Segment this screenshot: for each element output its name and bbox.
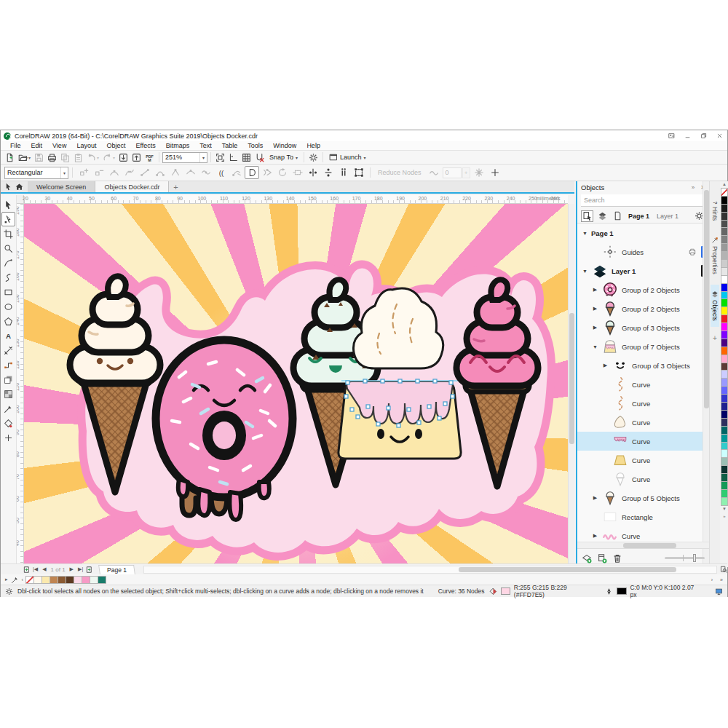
palette-scroll-right-icon[interactable]: ›: [710, 577, 714, 582]
paste-icon[interactable]: [72, 151, 84, 163]
expand-arrow-icon[interactable]: ▼: [582, 231, 588, 236]
document-tab[interactable]: Objects Docker.cdr: [95, 181, 169, 192]
reduce-nodes-button[interactable]: Reduce Nodes: [374, 169, 425, 176]
connector-tool[interactable]: [1, 357, 15, 372]
status-gear-icon[interactable]: [5, 587, 13, 596]
parallel-dimension-tool[interactable]: [1, 343, 15, 357]
color-swatch[interactable]: [721, 497, 728, 506]
convert-to-curve[interactable]: [153, 166, 167, 179]
smooth-node[interactable]: [183, 166, 198, 179]
horizontal-ruler[interactable]: 2030405060708090100110120130140150160170…: [24, 195, 568, 204]
page-view-icon[interactable]: [612, 210, 624, 222]
shape-tool[interactable]: [1, 212, 15, 226]
zoom-tool[interactable]: [1, 241, 15, 256]
document-color-swatch[interactable]: [98, 576, 106, 584]
expand-arrow-icon[interactable]: ▼: [582, 269, 588, 274]
align-nodes[interactable]: [306, 166, 320, 179]
reverse-direction[interactable]: [214, 166, 229, 179]
extract-subpath[interactable]: [260, 166, 274, 179]
copy-icon[interactable]: [59, 151, 71, 163]
printer-icon[interactable]: [688, 248, 697, 256]
interactive-fill-tool[interactable]: [1, 416, 15, 430]
full-screen-preview-icon[interactable]: [214, 151, 226, 163]
print-icon[interactable]: [46, 151, 58, 163]
elastic-mode[interactable]: [336, 166, 351, 179]
palette-flyout-icon[interactable]: ▸: [4, 577, 9, 582]
objects-tree-row[interactable]: ▼ Layer 1: [577, 261, 709, 280]
add-property-plus-icon[interactable]: [488, 166, 502, 179]
publish-pdf-icon[interactable]: [143, 151, 156, 163]
palette-expand-icon[interactable]: »: [723, 514, 725, 518]
cusp-node[interactable]: [168, 166, 183, 179]
objects-tree-row[interactable]: ▼ Page 1: [577, 223, 709, 242]
close-curve[interactable]: [245, 166, 259, 179]
curve-smoothness-spinner[interactable]: 0 +: [443, 167, 470, 178]
first-page-icon[interactable]: |◀: [31, 566, 40, 572]
menu-item[interactable]: File: [5, 142, 26, 149]
add-page-icon[interactable]: [85, 566, 93, 574]
palette-expand-icon[interactable]: »: [719, 577, 724, 582]
zoom-level-combo[interactable]: 251% ▾: [162, 152, 207, 163]
thumbnail-size-slider[interactable]: [665, 557, 705, 559]
launch-dropdown[interactable]: Launch▾: [326, 151, 369, 163]
rectangle-tool[interactable]: [1, 285, 15, 299]
expand-arrow-icon[interactable]: ▶: [592, 325, 598, 331]
account-icon[interactable]: [663, 130, 679, 141]
objects-tree-row[interactable]: Curve: [577, 413, 709, 432]
pan-zoom-icon[interactable]: [720, 566, 727, 573]
text-tool[interactable]: [1, 328, 15, 343]
show-grid-icon[interactable]: [240, 151, 253, 163]
new-document-tab-button[interactable]: +: [169, 181, 182, 192]
artistic-media-tool[interactable]: [1, 270, 15, 285]
crop-tool[interactable]: [1, 226, 15, 241]
extend-curve-to-close[interactable]: [229, 166, 244, 179]
docker-tab[interactable]: Objects: [711, 285, 719, 327]
menu-item[interactable]: Bitmaps: [161, 142, 195, 149]
add-page-icon[interactable]: [23, 566, 31, 574]
tree-scrollbar[interactable]: [703, 181, 709, 567]
menu-item[interactable]: Edit: [26, 142, 48, 149]
join-two-nodes[interactable]: [107, 166, 122, 179]
objects-tree-row[interactable]: ▶ Group of 5 Objects: [577, 488, 709, 507]
page-tab[interactable]: Page 1: [98, 565, 135, 574]
options-gear-icon[interactable]: [307, 151, 320, 163]
convert-to-line[interactable]: [138, 166, 152, 179]
snap-disabled-icon[interactable]: [253, 151, 266, 163]
objects-tree-row[interactable]: Curve: [577, 432, 709, 451]
new-layer-icon[interactable]: [582, 553, 592, 563]
expand-arrow-icon[interactable]: ▶: [592, 306, 598, 312]
drawing-canvas[interactable]: [24, 204, 568, 563]
objects-tree-row[interactable]: ▶ Group of 2 Objects: [577, 280, 709, 299]
vertical-ruler[interactable]: 1901801701601501401301201101009080706050…: [17, 204, 24, 563]
transparency-tool[interactable]: [1, 387, 15, 401]
color-eyedropper-tool[interactable]: [1, 401, 15, 416]
distribute-nodes[interactable]: [321, 166, 336, 179]
add-docker-button[interactable]: +: [713, 334, 717, 342]
delete-icon[interactable]: [612, 553, 622, 563]
document-tab[interactable]: Welcome Screen: [28, 181, 95, 192]
snap-to-dropdown[interactable]: Snap To▾: [266, 151, 301, 163]
symmetrical-node[interactable]: [199, 166, 213, 179]
objects-tree-row[interactable]: ▶ Group of 3 Objects: [577, 318, 709, 337]
menu-item[interactable]: Tools: [242, 142, 268, 149]
freehand-tool[interactable]: [1, 256, 15, 270]
expand-arrow-icon[interactable]: ▶: [592, 287, 598, 293]
rotate-skew-nodes[interactable]: [275, 166, 290, 179]
new-document-icon[interactable]: [4, 151, 16, 163]
color-proof-monitor-icon[interactable]: [715, 587, 723, 596]
save-icon[interactable]: [33, 151, 45, 163]
last-page-icon[interactable]: ▶|: [76, 566, 85, 572]
object-view-icon[interactable]: [581, 210, 593, 222]
expand-arrow-icon[interactable]: ▶: [592, 495, 598, 501]
add-tools-button[interactable]: [1, 430, 15, 445]
home-icon[interactable]: [15, 183, 23, 191]
import-icon[interactable]: [117, 151, 130, 163]
objects-tree-row[interactable]: Curve: [577, 451, 709, 470]
docker-horizontal-scrollbar[interactable]: [577, 542, 709, 548]
docker-tab[interactable]: Properties: [711, 231, 719, 280]
stretch-scale-nodes[interactable]: [290, 166, 305, 179]
menu-item[interactable]: Layout: [71, 142, 101, 149]
add-nodes[interactable]: [76, 166, 91, 179]
objects-tree-row[interactable]: Rectangle: [577, 507, 709, 526]
close-button[interactable]: [711, 130, 727, 141]
